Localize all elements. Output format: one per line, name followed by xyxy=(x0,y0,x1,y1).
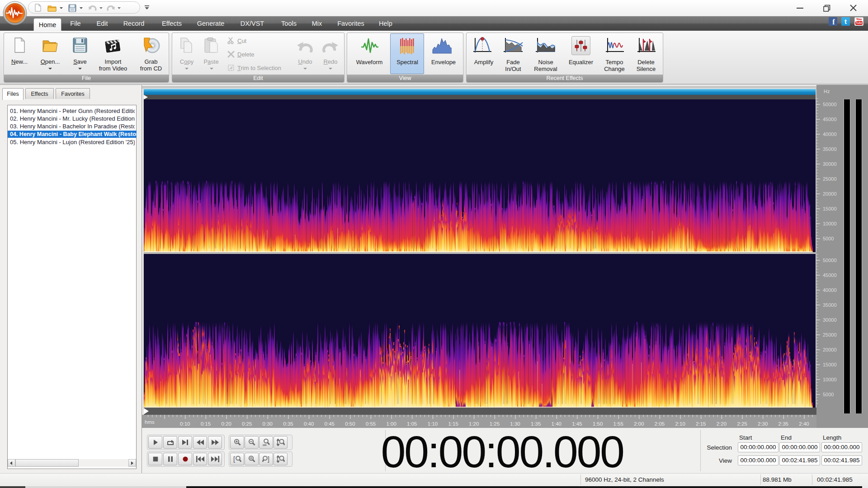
svg-text:1:40: 1:40 xyxy=(552,421,561,427)
svg-text:40000: 40000 xyxy=(823,287,837,293)
svg-text:20000: 20000 xyxy=(823,347,837,352)
svg-text:20000: 20000 xyxy=(823,191,837,197)
svg-text:30000: 30000 xyxy=(823,317,837,323)
svg-text:5000: 5000 xyxy=(823,392,834,397)
svg-text:25000: 25000 xyxy=(823,176,837,182)
svg-text:50000: 50000 xyxy=(823,102,837,107)
svg-text:0:15: 0:15 xyxy=(201,421,211,427)
svg-text:0:25: 0:25 xyxy=(242,421,252,427)
svg-text:]: ] xyxy=(268,455,269,463)
svg-text:1:55: 1:55 xyxy=(613,421,623,427)
svg-text:40000: 40000 xyxy=(823,131,837,137)
svg-text:0:10: 0:10 xyxy=(180,421,190,427)
svg-text:2:35: 2:35 xyxy=(778,421,788,427)
svg-text:2:05: 2:05 xyxy=(655,421,665,427)
svg-text:[: [ xyxy=(233,455,235,463)
svg-text:10000: 10000 xyxy=(823,377,837,382)
svg-text:0:50: 0:50 xyxy=(345,421,355,427)
svg-text:50000: 50000 xyxy=(823,258,837,263)
svg-text:35000: 35000 xyxy=(823,302,837,308)
svg-text:1:00: 1:00 xyxy=(387,421,396,427)
svg-text:1:05: 1:05 xyxy=(407,421,417,427)
svg-text:10000: 10000 xyxy=(823,221,837,226)
svg-text:1:35: 1:35 xyxy=(531,421,541,427)
svg-text:2:30: 2:30 xyxy=(758,421,768,427)
svg-text:1:25: 1:25 xyxy=(490,421,500,427)
svg-text:0:45: 0:45 xyxy=(325,421,335,427)
svg-text:15000: 15000 xyxy=(823,206,837,211)
svg-text:35000: 35000 xyxy=(823,146,837,152)
svg-text:0:40: 0:40 xyxy=(304,421,314,427)
svg-text:2:15: 2:15 xyxy=(696,421,706,427)
svg-text:2:10: 2:10 xyxy=(675,421,685,427)
svg-text:100: 100 xyxy=(262,444,266,446)
svg-text:2:20: 2:20 xyxy=(717,421,726,427)
svg-text:1:30: 1:30 xyxy=(510,421,520,427)
svg-text:1:10: 1:10 xyxy=(428,421,438,427)
svg-text:1:50: 1:50 xyxy=(593,421,603,427)
svg-text:0:30: 0:30 xyxy=(263,421,273,427)
svg-text:1:15: 1:15 xyxy=(448,421,458,427)
svg-text:45000: 45000 xyxy=(823,272,837,278)
svg-text:0:35: 0:35 xyxy=(283,421,293,427)
svg-text:25000: 25000 xyxy=(823,332,837,338)
svg-text:45000: 45000 xyxy=(823,117,837,122)
svg-text:5000: 5000 xyxy=(823,236,834,241)
svg-text:1:45: 1:45 xyxy=(572,421,582,427)
svg-text:1:20: 1:20 xyxy=(469,421,479,427)
svg-text:2:25: 2:25 xyxy=(737,421,747,427)
svg-text:15000: 15000 xyxy=(823,362,837,367)
svg-text:2:40: 2:40 xyxy=(799,421,809,427)
svg-text:0:20: 0:20 xyxy=(221,421,231,427)
svg-text:2:00: 2:00 xyxy=(634,421,644,427)
svg-text:0:55: 0:55 xyxy=(366,421,376,427)
svg-text:30000: 30000 xyxy=(823,161,837,167)
